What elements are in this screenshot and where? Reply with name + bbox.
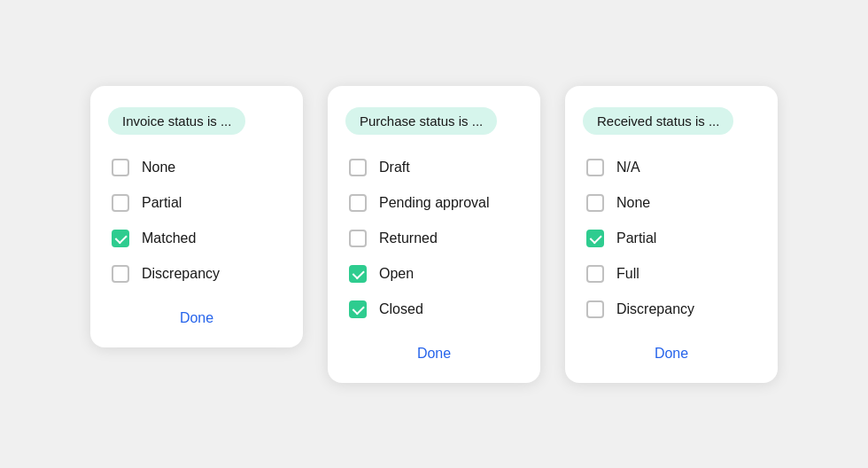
checkbox-label-received-1: None xyxy=(616,195,650,211)
checkbox-label-invoice-2: Matched xyxy=(142,230,196,246)
checkbox-item-purchase-1: Pending approval xyxy=(345,186,523,220)
checkbox-invoice-2[interactable] xyxy=(112,230,129,247)
checkbox-item-invoice-2: Matched xyxy=(108,222,285,255)
cards-container: Invoice status is ...NonePartialMatchedD… xyxy=(90,86,778,383)
checkbox-item-invoice-1: Partial xyxy=(108,186,285,220)
checkbox-item-received-3: Full xyxy=(583,257,760,291)
checkbox-label-purchase-0: Draft xyxy=(379,160,410,176)
checkbox-label-received-0: N/A xyxy=(616,160,640,176)
checkbox-received-4[interactable] xyxy=(586,300,604,318)
checkbox-label-purchase-2: Returned xyxy=(379,230,438,246)
checkbox-label-invoice-0: None xyxy=(142,160,175,176)
checkbox-invoice-3[interactable] xyxy=(112,265,129,283)
checkbox-purchase-0[interactable] xyxy=(349,159,367,176)
done-button-invoice[interactable]: Done xyxy=(108,307,285,330)
checkbox-label-received-3: Full xyxy=(616,266,639,282)
status-badge-purchase: Purchase status is ... xyxy=(345,107,497,135)
card-invoice: Invoice status is ...NonePartialMatchedD… xyxy=(90,86,303,347)
checkbox-received-2[interactable] xyxy=(586,230,604,247)
checkbox-item-invoice-3: Discrepancy xyxy=(108,257,285,291)
checkbox-invoice-0[interactable] xyxy=(112,159,129,176)
checkbox-item-purchase-3: Open xyxy=(345,257,523,291)
checkbox-list-invoice: NonePartialMatchedDiscrepancy xyxy=(108,151,285,291)
card-purchase: Purchase status is ...DraftPending appro… xyxy=(328,86,540,383)
checkbox-item-purchase-0: Draft xyxy=(345,151,523,184)
checkbox-purchase-2[interactable] xyxy=(349,230,367,247)
checkbox-purchase-3[interactable] xyxy=(349,265,367,283)
checkbox-received-1[interactable] xyxy=(586,194,604,212)
checkbox-received-0[interactable] xyxy=(586,159,604,176)
checkbox-received-3[interactable] xyxy=(586,265,604,283)
checkbox-item-received-1: None xyxy=(583,186,760,220)
card-header-received: Received status is ... xyxy=(583,107,760,135)
checkbox-label-purchase-4: Closed xyxy=(379,301,423,317)
checkbox-purchase-4[interactable] xyxy=(349,300,367,318)
card-header-invoice: Invoice status is ... xyxy=(108,107,285,135)
checkbox-purchase-1[interactable] xyxy=(349,194,367,212)
checkbox-label-invoice-1: Partial xyxy=(142,195,182,211)
checkbox-item-received-2: Partial xyxy=(583,222,760,255)
done-button-purchase[interactable]: Done xyxy=(345,342,523,365)
checkbox-list-purchase: DraftPending approvalReturnedOpenClosed xyxy=(345,151,523,326)
checkbox-item-invoice-0: None xyxy=(108,151,285,184)
status-badge-invoice: Invoice status is ... xyxy=(108,107,245,135)
checkbox-label-purchase-1: Pending approval xyxy=(379,195,490,211)
checkbox-item-received-4: Discrepancy xyxy=(583,292,760,326)
checkbox-label-purchase-3: Open xyxy=(379,266,414,282)
checkbox-label-received-2: Partial xyxy=(616,230,656,246)
checkbox-label-invoice-3: Discrepancy xyxy=(142,266,220,282)
status-badge-received: Received status is ... xyxy=(583,107,733,135)
card-received: Received status is ...N/ANonePartialFull… xyxy=(565,86,778,383)
checkbox-item-received-0: N/A xyxy=(583,151,760,184)
done-button-received[interactable]: Done xyxy=(583,342,760,365)
checkbox-item-purchase-2: Returned xyxy=(345,222,523,255)
checkbox-list-received: N/ANonePartialFullDiscrepancy xyxy=(583,151,760,326)
checkbox-invoice-1[interactable] xyxy=(112,194,129,212)
checkbox-label-received-4: Discrepancy xyxy=(616,301,694,317)
card-header-purchase: Purchase status is ... xyxy=(345,107,523,135)
checkbox-item-purchase-4: Closed xyxy=(345,292,523,326)
